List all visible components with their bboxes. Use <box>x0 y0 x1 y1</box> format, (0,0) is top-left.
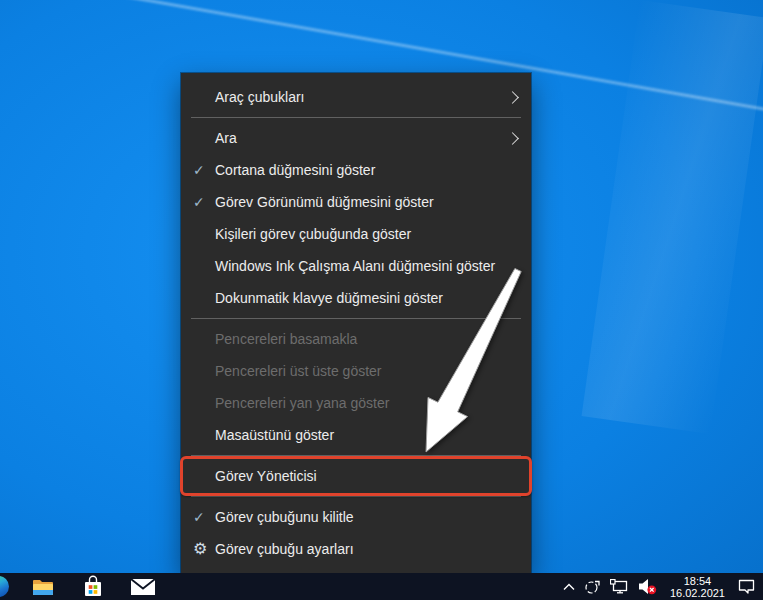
menu-separator <box>191 496 521 497</box>
menu-item-cortana-d-mesini-g-ster[interactable]: ✓ Cortana düğmesini göster <box>181 154 531 186</box>
menu-item-pencereleri-st-ste-g-ster[interactable]: Pencereleri üst üste göster <box>181 355 531 387</box>
network-ethernet-icon[interactable] <box>610 573 628 600</box>
menu-item-dokunmatik-klavye-d-mesini-g-ster[interactable]: Dokunmatik klavye düğmesini göster <box>181 282 531 314</box>
menu-item-label: Görev Görünümü düğmesini göster <box>215 194 434 210</box>
taskbar-clock[interactable]: 18:54 16.02.2021 <box>666 575 729 599</box>
menu-item-g-rev-ubu-u-ayarlar[interactable]: ⚙ Görev çubuğu ayarları <box>181 533 531 565</box>
meet-now-icon[interactable] <box>584 573 601 600</box>
taskbar-context-menu: Araç çubukları Ara ✓ Cortana düğmesini g… <box>181 73 531 573</box>
menu-item-label: Pencereleri yan yana göster <box>215 395 389 411</box>
check-icon: ✓ <box>193 163 215 177</box>
menu-item-g-rev-g-r-n-m-d-mesini-g-ster[interactable]: ✓ Görev Görünümü düğmesini göster <box>181 186 531 218</box>
context-menu-list: Araç çubukları Ara ✓ Cortana düğmesini g… <box>181 81 531 565</box>
menu-item-label: Dokunmatik klavye düğmesini göster <box>215 290 443 306</box>
microsoft-store-icon[interactable] <box>68 573 118 600</box>
menu-item-ara-ubuklar[interactable]: Araç çubukları <box>181 81 531 113</box>
submenu-chevron-icon <box>506 91 519 104</box>
taskbar: 18:54 16.02.2021 <box>0 573 763 600</box>
clock-time: 18:54 <box>670 575 725 587</box>
volume-muted-icon[interactable] <box>637 573 657 600</box>
gear-icon: ⚙ <box>193 541 215 557</box>
mail-icon[interactable] <box>118 573 168 600</box>
wallpaper-light-beam <box>582 0 763 434</box>
system-tray: 18:54 16.02.2021 <box>563 573 763 600</box>
menu-item-label: Görev çubuğu ayarları <box>215 541 354 557</box>
menu-item-label: Pencereleri basamakla <box>215 331 357 347</box>
menu-item-label: Windows Ink Çalışma Alanı düğmesini göst… <box>215 258 495 274</box>
menu-item-g-rev-ubu-unu-kilitle[interactable]: ✓ Görev çubuğunu kilitle <box>181 501 531 533</box>
menu-item-label: Araç çubukları <box>215 89 304 105</box>
menu-item-label: Görev çubuğunu kilitle <box>215 509 354 525</box>
action-center-icon[interactable] <box>738 573 755 600</box>
menu-item-label: Kişileri görev çubuğunda göster <box>215 226 411 242</box>
submenu-chevron-icon <box>506 132 519 145</box>
file-explorer-icon[interactable] <box>18 573 68 600</box>
menu-item-label: Ara <box>215 130 237 146</box>
taskbar-pinned-apps <box>0 573 168 600</box>
clock-date: 16.02.2021 <box>670 587 725 599</box>
check-icon: ✓ <box>193 195 215 209</box>
menu-item-g-rev-y-neticisi[interactable]: Görev Yöneticisi <box>181 460 531 492</box>
menu-item-label: Görev Yöneticisi <box>215 468 317 484</box>
menu-item-ara[interactable]: Ara <box>181 122 531 154</box>
edge-icon[interactable] <box>0 576 9 597</box>
menu-item-windows-ink-al-ma-alan-d-mesini-g-ster[interactable]: Windows Ink Çalışma Alanı düğmesini göst… <box>181 250 531 282</box>
menu-item-masa-st-n-g-ster[interactable]: Masaüstünü göster <box>181 419 531 451</box>
menu-item-label: Cortana düğmesini göster <box>215 162 375 178</box>
menu-item-ki-ileri-g-rev-ubu-unda-g-ster[interactable]: Kişileri görev çubuğunda göster <box>181 218 531 250</box>
menu-item-label: Masaüstünü göster <box>215 427 334 443</box>
menu-separator <box>191 318 521 319</box>
menu-separator <box>191 117 521 118</box>
check-icon: ✓ <box>193 510 215 524</box>
menu-separator <box>191 455 521 456</box>
menu-item-label: Pencereleri üst üste göster <box>215 363 382 379</box>
menu-item-pencereleri-basamakla[interactable]: Pencereleri basamakla <box>181 323 531 355</box>
hidden-icons-chevron-icon[interactable] <box>563 573 575 600</box>
menu-item-pencereleri-yan-yana-g-ster[interactable]: Pencereleri yan yana göster <box>181 387 531 419</box>
